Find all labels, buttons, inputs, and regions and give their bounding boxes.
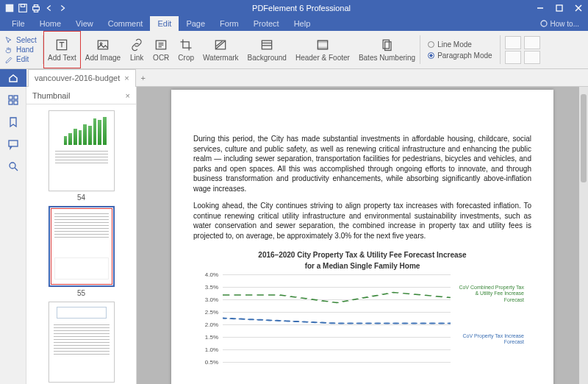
svg-rect-26 (9, 96, 12, 99)
close-button[interactable] (569, 0, 588, 16)
align-slot[interactable] (524, 51, 540, 64)
svg-rect-25 (384, 42, 390, 51)
menu-edit[interactable]: Edit (150, 16, 179, 31)
svg-rect-27 (14, 96, 18, 99)
svg-rect-18 (262, 40, 272, 49)
thumbnail-panel: Thumbnail × 54 55 (26, 87, 137, 384)
svg-rect-0 (6, 4, 14, 13)
line-mode-radio[interactable]: Line Mode (428, 40, 492, 49)
add-image-button[interactable]: Add Image (81, 31, 125, 68)
chart-subtitle: for a Median Single Family Home (193, 262, 531, 270)
tab-close-icon[interactable]: × (124, 74, 129, 82)
search-icon[interactable] (7, 160, 19, 172)
bookmark-icon[interactable] (7, 116, 19, 128)
print-icon[interactable] (31, 3, 41, 13)
redo-icon[interactable] (57, 3, 68, 13)
menu-bar: File Home View Comment Edit Page Form Pr… (0, 16, 588, 31)
background-button[interactable]: Background (243, 31, 291, 68)
crop-button[interactable]: Crop (173, 31, 198, 68)
ribbon-edit: Select Hand Edit Add Text Add Image Link… (0, 31, 588, 69)
svg-point-31 (10, 163, 15, 168)
new-tab-button[interactable]: + (136, 74, 151, 82)
paragraph-mode-radio[interactable]: Paragraph Mode (428, 51, 492, 60)
thumbnail-item[interactable]: 56 (46, 302, 117, 384)
app-title: PDFelement 6 Professional (72, 4, 531, 13)
thumbnail-header: Thumbnail × (26, 87, 136, 104)
svg-rect-2 (21, 4, 24, 7)
svg-rect-23 (318, 47, 327, 49)
svg-rect-29 (14, 101, 18, 104)
svg-line-32 (15, 168, 18, 171)
menu-protect[interactable]: Protect (246, 16, 287, 31)
select-mode[interactable]: Select (4, 36, 38, 45)
svg-rect-7 (556, 5, 562, 11)
chart-legend-combined: CoV Combined Property Tax & Utility Fee … (456, 285, 524, 303)
left-rail (0, 87, 26, 384)
menu-form[interactable]: Form (212, 16, 246, 31)
quick-access (0, 3, 72, 13)
annotation-icon[interactable] (7, 138, 19, 150)
svg-rect-1 (19, 4, 27, 13)
align-slot[interactable] (505, 36, 521, 49)
svg-point-10 (541, 21, 547, 26)
body-paragraph: Looking ahead, the City continues strivi… (193, 201, 531, 241)
menu-comment[interactable]: Comment (101, 16, 151, 31)
menu-page[interactable]: Page (179, 16, 212, 31)
menu-file[interactable]: File (4, 16, 32, 31)
chart-title: 2016–2020 City Property Tax & Utility Fe… (193, 251, 531, 259)
svg-rect-12 (98, 40, 107, 49)
chart-plot (223, 274, 451, 377)
app-logo-icon (4, 3, 15, 13)
thumbnail-title: Thumbnail (32, 91, 70, 100)
add-text-button[interactable]: Add Text (43, 31, 81, 68)
minimize-button[interactable] (531, 0, 550, 16)
menu-help[interactable]: Help (287, 16, 318, 31)
chart-y-axis: 4.0% 3.5% 3.0% 2.5% 2.0% 1.5% 1.0% 0.5% (201, 274, 221, 377)
thumbnail-item[interactable]: 55 (46, 206, 117, 297)
window-controls (531, 0, 588, 16)
ocr-button[interactable]: OCR (148, 31, 173, 68)
how-to-link[interactable]: How to... (531, 16, 588, 31)
menu-view[interactable]: View (68, 16, 101, 31)
document-page: During this period, the City has made su… (171, 90, 553, 384)
thumbnail-close-icon[interactable]: × (126, 91, 130, 100)
undo-icon[interactable] (44, 3, 54, 13)
header-footer-button[interactable]: Header & Footer (291, 31, 354, 68)
title-bar: PDFelement 6 Professional (0, 0, 588, 16)
svg-rect-4 (34, 5, 37, 7)
svg-rect-28 (9, 101, 12, 104)
maximize-button[interactable] (550, 0, 569, 16)
align-slot[interactable] (505, 51, 521, 64)
document-tab[interactable]: vancouver-2016-budget × (28, 69, 136, 87)
edit-mode[interactable]: Edit (4, 55, 38, 64)
svg-rect-5 (34, 10, 37, 13)
document-viewer[interactable]: During this period, the City has made su… (137, 87, 588, 384)
tab-strip: vancouver-2016-budget × + (0, 69, 588, 87)
vertical-scrollbar[interactable] (579, 87, 588, 384)
align-slot[interactable] (524, 36, 540, 49)
edit-mode-group: Line Mode Paragraph Mode (420, 31, 500, 68)
tab-label: vancouver-2016-budget (35, 74, 120, 82)
bates-numbering-button[interactable]: Bates Numbering (354, 31, 420, 68)
thumbnails-icon[interactable] (7, 94, 19, 106)
thumbnail-number: 54 (77, 193, 85, 202)
thumbnail-number: 55 (77, 289, 85, 297)
menu-home[interactable]: Home (32, 16, 68, 31)
body-paragraph: During this period, the City has made su… (193, 134, 531, 193)
home-tab-icon[interactable] (0, 69, 26, 87)
thumbnail-list[interactable]: 54 55 56 (26, 104, 136, 384)
chart-legend-tax: CoV Property Tax Increase Forecast (456, 333, 524, 346)
svg-rect-24 (383, 40, 389, 49)
link-button[interactable]: Link (125, 31, 148, 68)
hand-mode[interactable]: Hand (4, 46, 38, 54)
watermark-button[interactable]: Watermark (198, 31, 243, 68)
alignment-group (501, 31, 545, 68)
svg-rect-22 (318, 40, 327, 43)
svg-rect-30 (9, 141, 18, 146)
chart-area: 4.0% 3.5% 3.0% 2.5% 2.0% 1.5% 1.0% 0.5% (201, 274, 524, 377)
save-icon[interactable] (18, 3, 28, 13)
workspace: Thumbnail × 54 55 (0, 87, 588, 384)
cursor-mode-group: Select Hand Edit (0, 31, 43, 68)
thumbnail-item[interactable]: 54 (46, 110, 117, 202)
svg-rect-3 (33, 7, 40, 10)
